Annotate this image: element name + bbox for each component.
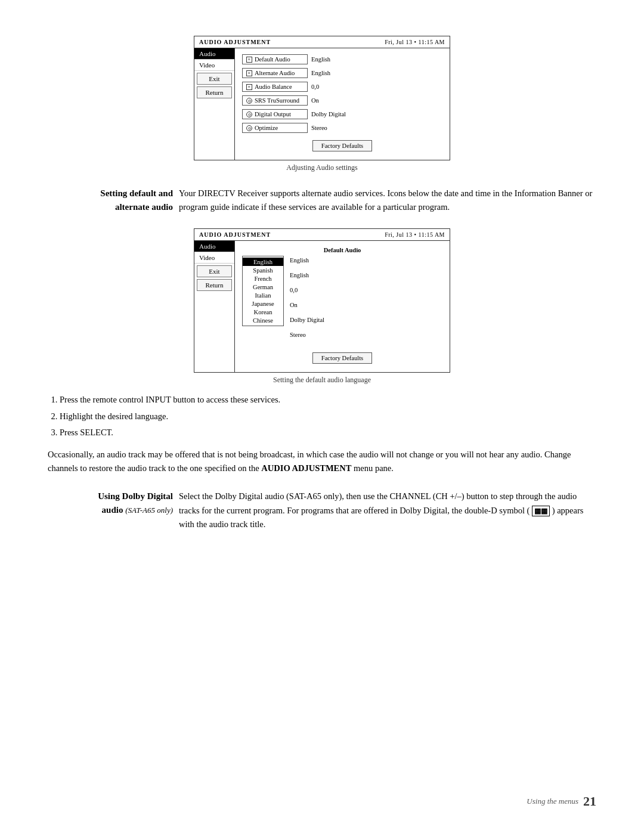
diag-label-digital-output: ◎ Digital Output bbox=[242, 109, 308, 119]
menu-icon-srs: ◎ bbox=[246, 98, 252, 104]
diagram2-dropdown-wrap: English Spanish French German Italian Ja… bbox=[242, 256, 442, 346]
sidebar-video[interactable]: Video bbox=[194, 60, 234, 71]
menu-icon-optimize: ◎ bbox=[246, 125, 252, 131]
section1-label-line2: alternate audio bbox=[115, 202, 173, 212]
diagram2-dropdown-list: English Spanish French German Italian Ja… bbox=[242, 256, 284, 326]
numbered-list: Press the remote control INPUT button to… bbox=[60, 393, 596, 439]
diagram2-header: AUDIO ADJUSTMENT Fri, Jul 13 • 11:15 AM bbox=[194, 229, 450, 241]
footer-label: Using the menus bbox=[527, 797, 578, 806]
bold-audio: AUDIO ADJUSTMENT bbox=[261, 463, 351, 473]
diag-row-srs: ◎ SRS TruSurround On bbox=[242, 95, 442, 106]
diagram2-header-right: Fri, Jul 13 • 11:15 AM bbox=[385, 231, 445, 238]
diagram1-factory-btn[interactable]: Factory Defaults bbox=[312, 140, 372, 151]
diag-value-digital-output: Dolby Digital bbox=[311, 111, 346, 117]
diag-side-val-5: Dolby Digital bbox=[290, 317, 324, 323]
menu-icon-audio-balance: ≡ bbox=[246, 84, 252, 90]
diagram2-box: AUDIO ADJUSTMENT Fri, Jul 13 • 11:15 AM … bbox=[194, 228, 450, 373]
diagram2-sidebar-video[interactable]: Video bbox=[194, 252, 234, 264]
diag-label-alternate-audio: ≡ Alternate Audio bbox=[242, 68, 308, 78]
diagram2-header-left: AUDIO ADJUSTMENT bbox=[199, 231, 271, 238]
diag-value-optimize: Stereo bbox=[311, 125, 327, 131]
diag-label-audio-balance: ≡ Audio Balance bbox=[242, 82, 308, 92]
diag-label-optimize: ◎ Optimize bbox=[242, 123, 308, 133]
dropdown-item-german[interactable]: German bbox=[243, 283, 283, 291]
dropdown-item-japanese[interactable]: Japanese bbox=[243, 299, 283, 308]
diag-side-val-6: Stereo bbox=[290, 332, 324, 338]
sidebar-exit[interactable]: Exit bbox=[197, 73, 232, 85]
diagram1-sidebar: Audio Video Exit Return bbox=[194, 48, 235, 160]
diag-row-alternate-audio: ≡ Alternate Audio English bbox=[242, 68, 442, 78]
sidebar-audio[interactable]: Audio bbox=[194, 48, 234, 60]
body-paragraph: Occasionally, an audio track may be offe… bbox=[48, 448, 596, 475]
diag-row-digital-output: ◎ Digital Output Dolby Digital bbox=[242, 109, 442, 119]
section2-label: Using Dolby Digital audio (SAT-A65 only) bbox=[48, 490, 179, 531]
diagram1-header-right: Fri, Jul 13 • 11:15 AM bbox=[385, 39, 445, 45]
diagram2-wrap: AUDIO ADJUSTMENT Fri, Jul 13 • 11:15 AM … bbox=[48, 228, 596, 385]
dropdown-item-chinese[interactable]: Chinese bbox=[243, 316, 283, 324]
dropdown-item-french[interactable]: French bbox=[243, 274, 283, 283]
dropdown-item-english[interactable]: English bbox=[243, 258, 283, 266]
section2-block: Using Dolby Digital audio (SAT-A65 only)… bbox=[48, 490, 596, 531]
diagram1-wrap: AUDIO ADJUSTMENT Fri, Jul 13 • 11:15 AM … bbox=[48, 36, 596, 172]
diagram2-factory-row: Factory Defaults bbox=[242, 349, 442, 364]
step-1: Press the remote control INPUT button to… bbox=[60, 393, 596, 407]
diagram1-content: ≡ Default Audio English ≡ Alternate Audi… bbox=[235, 48, 450, 160]
dolby-symbol: ▩▩ bbox=[532, 506, 550, 516]
dropdown-item-korean[interactable]: Korean bbox=[243, 308, 283, 316]
diagram1-caption: Adjusting Audio settings bbox=[286, 163, 357, 172]
diagram1-box: AUDIO ADJUSTMENT Fri, Jul 13 • 11:15 AM … bbox=[194, 36, 450, 160]
diagram2-values-col: English English 0,0 On Dolby Digital Ste… bbox=[287, 256, 324, 346]
diagram1-factory-row: Factory Defaults bbox=[242, 137, 442, 151]
diagram2-sidebar-audio[interactable]: Audio bbox=[194, 241, 234, 252]
section1-paragraph: Your DIRECTV Receiver supports alternate… bbox=[179, 187, 596, 214]
page-number: 21 bbox=[583, 794, 596, 809]
diagram2-factory-btn[interactable]: Factory Defaults bbox=[312, 352, 372, 364]
diag-value-default-audio: English bbox=[311, 56, 330, 63]
section1-block: Setting default and alternate audio Your… bbox=[48, 187, 596, 214]
dropdown-item-spanish[interactable]: Spanish bbox=[243, 266, 283, 274]
section2-label-line1: Using Dolby Digital bbox=[98, 491, 173, 501]
menu-icon-alternate-audio: ≡ bbox=[246, 70, 252, 76]
step-2: Highlight the desired language. bbox=[60, 410, 596, 423]
diagram2-sidebar: Audio Video Exit Return bbox=[194, 241, 235, 372]
diagram2-caption: Setting the default audio language bbox=[273, 376, 371, 385]
diagram1-header: AUDIO ADJUSTMENT Fri, Jul 13 • 11:15 AM bbox=[194, 36, 450, 48]
section2-paragraph: Select the Dolby Digital audio (SAT-A65 … bbox=[179, 490, 596, 531]
diagram2-dropdown-header: Default Audio bbox=[242, 247, 442, 253]
diagram2-sidebar-return[interactable]: Return bbox=[197, 279, 232, 291]
menu-icon-digital-output: ◎ bbox=[246, 112, 252, 117]
diag-side-val-1: English bbox=[290, 257, 324, 264]
diag-value-alternate-audio: English bbox=[311, 70, 330, 76]
section1-body: Your DIRECTV Receiver supports alternate… bbox=[179, 187, 596, 214]
menu-icon-default-audio: ≡ bbox=[246, 57, 252, 63]
diag-side-val-3: 0,0 bbox=[290, 287, 324, 293]
section1-label-line1: Setting default and bbox=[100, 188, 173, 198]
diag-label-default-audio: ≡ Default Audio bbox=[242, 54, 308, 64]
section2-label-line2: audio bbox=[102, 505, 123, 515]
diag-side-val-2: English bbox=[290, 272, 324, 278]
diagram2-content: Default Audio English Spanish French Ger… bbox=[235, 241, 450, 372]
diagram1-body: Audio Video Exit Return ≡ Default Audio … bbox=[194, 48, 450, 160]
diagram1-header-left: AUDIO ADJUSTMENT bbox=[199, 39, 271, 45]
section2-body: Select the Dolby Digital audio (SAT-A65 … bbox=[179, 490, 596, 531]
step-3: Press SELECT. bbox=[60, 426, 596, 439]
diag-label-srs: ◎ SRS TruSurround bbox=[242, 95, 308, 106]
dropdown-item-italian[interactable]: Italian bbox=[243, 291, 283, 299]
diagram2-body: Audio Video Exit Return Default Audio En… bbox=[194, 241, 450, 372]
section1-label: Setting default and alternate audio bbox=[48, 187, 179, 214]
diag-row-default-audio: ≡ Default Audio English bbox=[242, 54, 442, 64]
diag-row-optimize: ◎ Optimize Stereo bbox=[242, 123, 442, 133]
diag-value-srs: On bbox=[311, 97, 319, 104]
diag-row-audio-balance: ≡ Audio Balance 0,0 bbox=[242, 82, 442, 92]
sidebar-return[interactable]: Return bbox=[197, 86, 232, 98]
diag-value-audio-balance: 0,0 bbox=[311, 83, 319, 90]
diagram2-sidebar-exit[interactable]: Exit bbox=[197, 265, 232, 277]
page-footer: Using the menus 21 bbox=[0, 794, 644, 809]
section2-label-italic: (SAT-A65 only) bbox=[125, 506, 173, 515]
diag-side-val-4: On bbox=[290, 302, 324, 308]
